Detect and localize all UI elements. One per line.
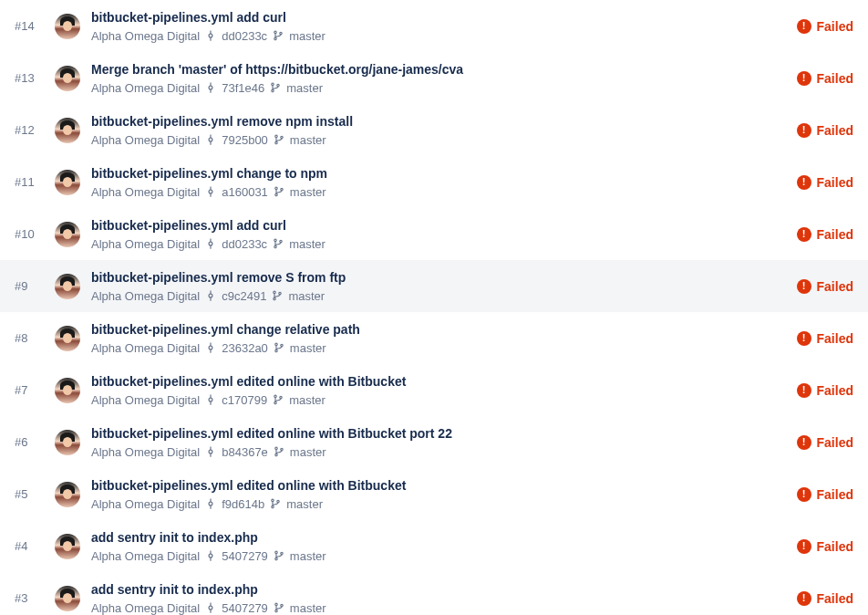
status-badge[interactable]: ! Failed — [797, 71, 853, 86]
pipeline-row[interactable]: #14 bitbucket-pipelines.yml add curl Alp… — [0, 0, 868, 52]
author-name[interactable]: Alpha Omega Digital — [91, 393, 200, 407]
author-name[interactable]: Alpha Omega Digital — [91, 29, 200, 43]
svg-point-24 — [209, 242, 212, 245]
status-badge[interactable]: ! Failed — [797, 175, 853, 190]
status-badge[interactable]: ! Failed — [797, 487, 853, 502]
pipeline-row[interactable]: #3 add sentry init to index.php Alpha Om… — [0, 572, 868, 615]
status-label: Failed — [817, 591, 853, 606]
pipeline-row[interactable]: #8 bitbucket-pipelines.yml change relati… — [0, 312, 868, 364]
author-name[interactable]: Alpha Omega Digital — [91, 81, 200, 95]
avatar[interactable] — [55, 326, 80, 351]
pipeline-meta: Alpha Omega Digital dd0233c — [91, 29, 786, 43]
pipeline-row[interactable]: #11 bitbucket-pipelines.yml change to np… — [0, 156, 868, 208]
pipeline-title[interactable]: bitbucket-pipelines.yml add curl — [91, 217, 786, 234]
commit-hash[interactable]: a160031 — [222, 185, 268, 199]
pipeline-title[interactable]: bitbucket-pipelines.yml change relative … — [91, 321, 786, 338]
branch-name[interactable]: master — [288, 289, 325, 303]
commit-hash[interactable]: 5407279 — [222, 549, 268, 563]
pipeline-title[interactable]: add sentry init to index.php — [91, 581, 786, 598]
commit-hash[interactable]: 7925b00 — [222, 133, 268, 147]
status-badge[interactable]: ! Failed — [797, 539, 853, 554]
avatar[interactable] — [55, 170, 80, 195]
pipeline-row[interactable]: #13 Merge branch 'master' of https://bit… — [0, 52, 868, 104]
commit-hash[interactable]: c170799 — [222, 393, 267, 407]
pipeline-title[interactable]: bitbucket-pipelines.yml edited online wi… — [91, 477, 786, 494]
pipeline-title[interactable]: bitbucket-pipelines.yml add curl — [91, 9, 786, 26]
pipeline-row[interactable]: #5 bitbucket-pipelines.yml edited online… — [0, 468, 868, 520]
status-badge[interactable]: ! Failed — [797, 331, 853, 346]
commit-hash[interactable]: dd0233c — [222, 29, 267, 43]
avatar[interactable] — [55, 118, 80, 143]
pipeline-row[interactable]: #10 bitbucket-pipelines.yml add curl Alp… — [0, 208, 868, 260]
failed-icon: ! — [797, 227, 811, 242]
branch-name[interactable]: master — [290, 549, 326, 563]
branch-name[interactable]: master — [286, 497, 323, 511]
commit-hash[interactable]: b84367e — [222, 445, 268, 459]
commit-icon — [205, 186, 216, 197]
avatar[interactable] — [55, 274, 80, 299]
status-badge[interactable]: ! Failed — [797, 227, 853, 242]
branch-name[interactable]: master — [290, 185, 326, 199]
pipeline-info: bitbucket-pipelines.yml change to npm Al… — [91, 165, 786, 198]
avatar[interactable] — [55, 586, 80, 611]
svg-point-3 — [274, 31, 276, 33]
avatar[interactable] — [55, 482, 80, 507]
author-name[interactable]: Alpha Omega Digital — [91, 185, 200, 199]
branch-name[interactable]: master — [290, 341, 326, 355]
avatar[interactable] — [55, 378, 80, 403]
pipeline-row[interactable]: #7 bitbucket-pipelines.yml edited online… — [0, 364, 868, 416]
avatar[interactable] — [55, 66, 80, 91]
commit-icon — [205, 30, 216, 41]
author-name[interactable]: Alpha Omega Digital — [91, 497, 200, 511]
svg-point-52 — [275, 453, 277, 455]
pipeline-title[interactable]: bitbucket-pipelines.yml edited online wi… — [91, 425, 786, 442]
commit-hash[interactable]: 5407279 — [222, 601, 268, 615]
status-badge[interactable]: ! Failed — [797, 435, 853, 450]
branch-name[interactable]: master — [290, 445, 326, 459]
run-number: #4 — [15, 539, 44, 553]
author-name[interactable]: Alpha Omega Digital — [91, 237, 200, 251]
pipeline-title[interactable]: bitbucket-pipelines.yml remove npm insta… — [91, 113, 786, 130]
pipeline-title[interactable]: bitbucket-pipelines.yml change to npm — [91, 165, 786, 182]
commit-hash[interactable]: dd0233c — [222, 237, 267, 251]
branch-name[interactable]: master — [290, 601, 326, 615]
author-name[interactable]: Alpha Omega Digital — [91, 445, 200, 459]
pipeline-title[interactable]: Merge branch 'master' of https://bitbuck… — [91, 61, 786, 78]
branch-name[interactable]: master — [289, 237, 326, 251]
status-badge[interactable]: ! Failed — [797, 19, 853, 34]
pipeline-row[interactable]: #6 bitbucket-pipelines.yml edited online… — [0, 416, 868, 468]
author-name[interactable]: Alpha Omega Digital — [91, 133, 200, 147]
svg-point-11 — [277, 84, 279, 86]
pipeline-meta: Alpha Omega Digital f9d614b — [91, 497, 786, 511]
commit-hash[interactable]: c9c2491 — [222, 289, 266, 303]
pipeline-row[interactable]: #4 add sentry init to index.php Alpha Om… — [0, 520, 868, 572]
avatar[interactable] — [55, 534, 80, 559]
branch-name[interactable]: master — [290, 133, 326, 147]
pipeline-title[interactable]: add sentry init to index.php — [91, 529, 786, 546]
avatar[interactable] — [55, 222, 80, 247]
branch-name[interactable]: master — [286, 81, 323, 95]
status-label: Failed — [817, 331, 853, 346]
author-name[interactable]: Alpha Omega Digital — [91, 341, 200, 355]
commit-hash[interactable]: f9d614b — [222, 497, 264, 511]
author-name[interactable]: Alpha Omega Digital — [91, 601, 200, 615]
avatar[interactable] — [55, 14, 80, 39]
commit-hash[interactable]: 23632a0 — [222, 341, 268, 355]
commit-hash[interactable]: 73f1e46 — [222, 81, 264, 95]
branch-name[interactable]: master — [289, 29, 326, 43]
status-badge[interactable]: ! Failed — [797, 279, 853, 294]
status-badge[interactable]: ! Failed — [797, 591, 853, 606]
pipeline-title[interactable]: bitbucket-pipelines.yml remove S from ft… — [91, 269, 786, 286]
pipeline-meta: Alpha Omega Digital 5407279 — [91, 549, 786, 563]
svg-point-48 — [209, 450, 212, 453]
author-name[interactable]: Alpha Omega Digital — [91, 289, 200, 303]
pipeline-row[interactable]: #9 bitbucket-pipelines.yml remove S from… — [0, 260, 868, 312]
branch-name[interactable]: master — [289, 393, 326, 407]
pipeline-title[interactable]: bitbucket-pipelines.yml edited online wi… — [91, 373, 786, 390]
status-label: Failed — [817, 435, 853, 450]
avatar[interactable] — [55, 430, 80, 455]
pipeline-row[interactable]: #12 bitbucket-pipelines.yml remove npm i… — [0, 104, 868, 156]
status-badge[interactable]: ! Failed — [797, 123, 853, 138]
author-name[interactable]: Alpha Omega Digital — [91, 549, 200, 563]
status-badge[interactable]: ! Failed — [797, 383, 853, 398]
